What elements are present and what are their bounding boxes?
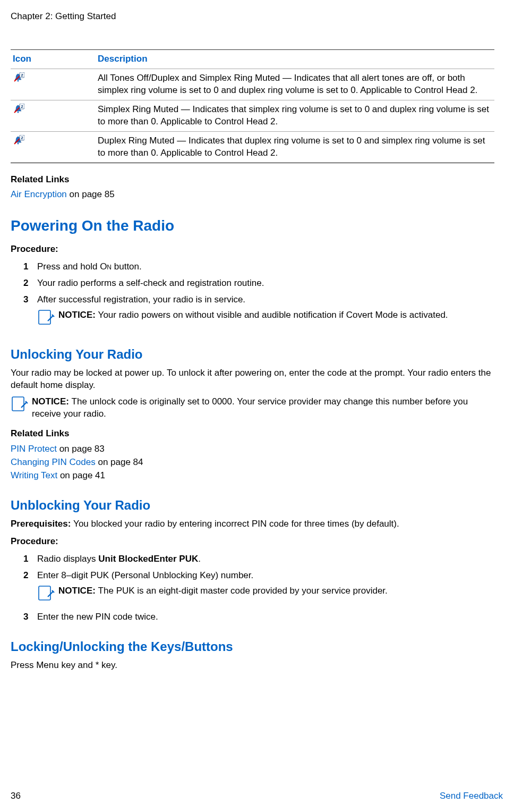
bell-muted-simplex-icon: 2	[13, 104, 24, 114]
link-text: Air Encryption	[11, 189, 67, 199]
svg-point-8	[18, 142, 19, 144]
bell-muted-duplex-simplex-icon: 2	[13, 72, 24, 83]
icon-description-table: Icon Description 2 All Tones Off/Duplex …	[11, 49, 494, 163]
step-text: Enter 8–digit PUK (Personal Unblocking K…	[37, 570, 494, 607]
step-2: 2 Enter 8–digit PUK (Personal Unblocking…	[11, 570, 494, 607]
step-text: Radio displays Unit BlockedEnter PUK.	[37, 553, 494, 565]
related-links-heading: Related Links	[11, 428, 494, 440]
step-number: 3	[23, 294, 37, 331]
chapter-title: Chapter 2: Getting Started	[11, 11, 505, 23]
link-page: on page 41	[57, 470, 105, 480]
step-1: 1 Press and hold On button.	[11, 261, 494, 273]
link-changing-pin[interactable]: Changing PIN Codes on page 84	[11, 456, 494, 469]
step-text: Enter the new PIN code twice.	[37, 611, 494, 623]
step-1: 1 Radio displays Unit BlockedEnter PUK.	[11, 553, 494, 565]
heading-unlocking: Unlocking Your Radio	[11, 346, 494, 363]
step-2: 2 Your radio performs a self-check and r…	[11, 277, 494, 290]
table-header-description: Description	[96, 49, 494, 69]
svg-point-4	[18, 111, 19, 113]
notice-icon	[37, 585, 58, 605]
step-number: 1	[23, 261, 37, 273]
link-air-encryption[interactable]: Air Encryption on page 85	[11, 189, 494, 201]
step-number: 1	[23, 553, 37, 565]
table-row: 2 Duplex Ring Muted — Indicates that dup…	[11, 131, 494, 163]
svg-point-0	[18, 80, 19, 81]
svg-text:2: 2	[21, 136, 23, 140]
table-row: 2 All Tones Off/Duplex and Simplex Ring …	[11, 69, 494, 100]
link-text: PIN Protect	[11, 444, 57, 454]
svg-rect-12	[39, 310, 50, 324]
locking-text: Press Menu key and * key.	[11, 659, 494, 672]
step-text: After successful registration, your radi…	[37, 294, 494, 331]
send-feedback-link[interactable]: Send Feedback	[440, 790, 503, 802]
link-text: Changing PIN Codes	[11, 457, 96, 467]
table-row: 2 Simplex Ring Muted — Indicates that si…	[11, 100, 494, 131]
step-3: 3 Enter the new PIN code twice.	[11, 611, 494, 623]
link-text: Writing Text	[11, 470, 57, 480]
link-page: on page 83	[57, 444, 105, 454]
svg-rect-15	[12, 397, 24, 411]
step-number: 2	[23, 277, 37, 290]
step-3: 3 After successful registration, your ra…	[11, 294, 494, 331]
notice-icon	[37, 309, 58, 329]
svg-text:2: 2	[21, 73, 23, 78]
link-writing-text[interactable]: Writing Text on page 41	[11, 470, 494, 482]
intro-text: Your radio may be locked at power up. To…	[11, 367, 494, 392]
link-page: on page 85	[67, 189, 115, 199]
table-cell-desc: Duplex Ring Muted — Indicates that duple…	[96, 131, 494, 163]
table-header-icon: Icon	[11, 49, 96, 69]
page-number: 36	[11, 790, 21, 802]
related-links-heading: Related Links	[11, 174, 494, 186]
step-number: 3	[23, 611, 37, 623]
notice-text: NOTICE: Your radio powers on without vis…	[58, 309, 494, 329]
page-footer: 36 Send Feedback	[11, 790, 503, 802]
heading-unblocking: Unblocking Your Radio	[11, 497, 494, 514]
prerequisites: Prerequisites: You blocked your radio by…	[11, 518, 494, 530]
bell-muted-duplex-icon: 2	[13, 135, 24, 146]
heading-powering-on: Powering On the Radio	[11, 216, 494, 236]
step-text: Your radio performs a self-check and reg…	[37, 277, 494, 290]
heading-locking-unlocking: Locking/Unlocking the Keys/Buttons	[11, 638, 494, 655]
link-pin-protect[interactable]: PIN Protect on page 83	[11, 443, 494, 455]
svg-rect-18	[39, 586, 50, 600]
step-number: 2	[23, 570, 37, 607]
table-cell-desc: All Tones Off/Duplex and Simplex Ring Mu…	[96, 69, 494, 100]
notice-icon	[11, 396, 32, 420]
step-text: Press and hold On button.	[37, 261, 494, 273]
notice-text: NOTICE: The PUK is an eight-digit master…	[58, 585, 494, 605]
link-page: on page 84	[96, 457, 143, 467]
table-cell-desc: Simplex Ring Muted — Indicates that simp…	[96, 100, 494, 131]
procedure-label: Procedure:	[11, 536, 494, 548]
svg-text:2: 2	[21, 104, 23, 109]
procedure-label: Procedure:	[11, 243, 494, 256]
notice-text: NOTICE: The unlock code is originally se…	[32, 396, 494, 420]
